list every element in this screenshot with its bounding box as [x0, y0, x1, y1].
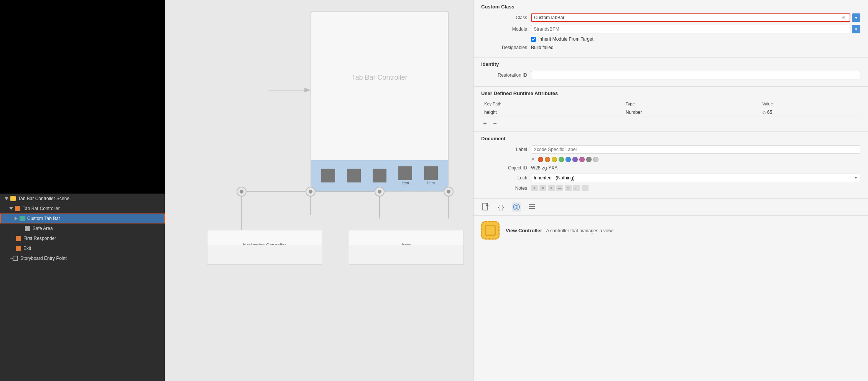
inherit-checkbox[interactable]	[531, 37, 536, 42]
tab-col-4: Item	[398, 166, 412, 185]
doc-label-label: Label	[481, 147, 527, 152]
tabbar-label: Tab Bar Controller	[23, 206, 60, 211]
restoration-id-field[interactable]	[531, 71, 860, 79]
bottom-icon-target[interactable]	[512, 202, 521, 212]
disclosure-tabbar[interactable]	[9, 207, 13, 210]
udra-add-btn[interactable]: +	[481, 120, 489, 128]
color-row: ✕	[531, 157, 860, 162]
outline-item-safearea[interactable]: Safe Area	[0, 223, 165, 233]
udra-value-height: ◇ 65	[760, 108, 860, 117]
identity-title: Identity	[481, 61, 860, 67]
inherit-label: Inherit Module From Target	[538, 36, 593, 42]
bottom-icon-lines[interactable]	[527, 202, 536, 212]
color-dot-pink[interactable]	[579, 157, 585, 162]
exit-label: Exit	[23, 246, 31, 251]
class-clear-icon[interactable]: ⊗	[842, 15, 846, 20]
canvas-area: Tab Bar Controller Item Item	[165, 0, 473, 381]
outline-item-scene[interactable]: Tab Bar Controller Scene	[0, 194, 165, 204]
bottom-icon-curly[interactable]: { }	[496, 202, 506, 212]
color-dot-orange[interactable]	[538, 157, 543, 162]
tab-item-label-5: Item	[427, 181, 435, 185]
class-field-container: CustomTabBar ⊗ ▼	[531, 13, 860, 22]
bottom-icon-doc[interactable]	[481, 202, 490, 212]
color-dot-darkorange[interactable]	[545, 157, 550, 162]
document-title: Document	[481, 136, 860, 141]
udra-type-height: Number	[623, 108, 760, 117]
tab-col-3	[373, 169, 386, 182]
color-dot-green[interactable]	[559, 157, 564, 162]
firstresponder-icon	[15, 235, 21, 241]
class-dropdown-chevron: ▼	[854, 16, 858, 20]
lock-row: Lock Inherited - (Nothing) ▼	[481, 174, 860, 182]
vc-description: - A controller that manages a view.	[544, 228, 614, 233]
tab-col-1	[321, 169, 335, 182]
arrow-entrypoint: →	[9, 256, 11, 261]
color-dot-gray[interactable]	[586, 157, 592, 162]
outline-item-customtabbar[interactable]: Custom Tab Bar	[0, 213, 165, 223]
entrypoint-label: Storyboard Entry Point	[20, 256, 67, 261]
class-dropdown-arrow[interactable]: ▼	[852, 13, 860, 22]
notes-icon-4[interactable]: —	[556, 185, 563, 191]
disclosure-customtabbar[interactable]	[15, 217, 18, 220]
lock-dropdown[interactable]: Inherited - (Nothing) ▼	[531, 174, 860, 182]
tab-item-box-5	[424, 166, 438, 180]
notes-icons: ≡ ≡ ≡ — ⊡ ▭ ⋮	[531, 185, 589, 191]
tab-item-label-4: Item	[401, 181, 409, 185]
firstresponder-label: First Responder	[23, 236, 56, 241]
scene-icon	[10, 195, 16, 202]
svg-point-5	[237, 187, 246, 196]
outline-item-tabbarcontroller[interactable]: Tab Bar Controller	[0, 204, 165, 213]
entrypoint-icon	[12, 255, 18, 261]
svg-point-20	[516, 207, 517, 208]
bottom-icons: { }	[473, 199, 868, 216]
notes-row: Notes ≡ ≡ ≡ — ⊡ ▭ ⋮	[481, 185, 860, 191]
disclosure-scene[interactable]	[5, 197, 8, 200]
class-field-wrapper[interactable]: CustomTabBar ⊗	[531, 13, 850, 22]
outline-item-exit[interactable]: Exit	[0, 243, 165, 253]
outline-item-entrypoint[interactable]: → Storyboard Entry Point	[0, 253, 165, 263]
color-dot-purple[interactable]	[572, 157, 578, 162]
module-dropdown-arrow[interactable]: ▼	[852, 25, 860, 33]
inherit-row: Inherit Module From Target	[531, 36, 860, 42]
udra-remove-btn[interactable]: −	[491, 120, 499, 128]
svg-point-6	[240, 190, 243, 194]
notes-icon-7[interactable]: ⋮	[582, 185, 589, 191]
module-label: Module	[481, 26, 527, 32]
module-row: Module ▼	[481, 25, 860, 33]
udra-col-keypath: Key Path	[481, 100, 623, 108]
outline-item-firstresponder[interactable]: First Responder	[0, 233, 165, 243]
color-dot-blue[interactable]	[566, 157, 571, 162]
class-label: Class	[481, 15, 527, 20]
tab-item-box-1	[321, 169, 335, 182]
vc-info: View Controller - A controller that mana…	[473, 216, 868, 245]
color-dot-lightgray[interactable]	[593, 157, 598, 162]
document-section: Document Label ✕ Object ID W28-zg-YXA	[473, 132, 868, 199]
restoration-row: Restoration ID	[481, 71, 860, 79]
notes-label: Notes	[481, 186, 527, 191]
custom-class-section: Custom Class Class CustomTabBar ⊗ ▼ Modu…	[473, 0, 868, 57]
tab-col-2	[347, 169, 361, 182]
notes-icon-3[interactable]: ≡	[548, 185, 555, 191]
module-field-container: ▼	[531, 25, 860, 33]
safearea-label: Safe Area	[33, 226, 53, 231]
color-dots	[538, 157, 598, 162]
color-x-btn[interactable]: ✕	[531, 157, 535, 162]
notes-icon-6[interactable]: ▭	[573, 185, 580, 191]
identity-section: Identity Restoration ID	[473, 57, 868, 87]
notes-icon-5[interactable]: ⊡	[565, 185, 572, 191]
udra-actions: + −	[481, 120, 860, 128]
udra-row-height: height Number ◇ 65	[481, 108, 860, 117]
customtabbar-label: Custom Tab Bar	[27, 216, 60, 221]
custom-class-title: Custom Class	[481, 4, 860, 10]
nav-controller-sub	[207, 245, 322, 264]
notes-icon-1[interactable]: ≡	[531, 185, 538, 191]
class-row: Class CustomTabBar ⊗ ▼	[481, 13, 860, 22]
module-field[interactable]	[531, 25, 850, 33]
entry-point-svg	[268, 84, 314, 96]
notes-icon-2[interactable]: ≡	[539, 185, 546, 191]
device-tabbar: Item Item	[311, 160, 448, 191]
doc-label-field[interactable]	[531, 145, 860, 154]
color-dot-yellow[interactable]	[552, 157, 557, 162]
doc-label-row: Label	[481, 145, 860, 154]
object-id-value: W28-zg-YXA	[531, 165, 557, 171]
